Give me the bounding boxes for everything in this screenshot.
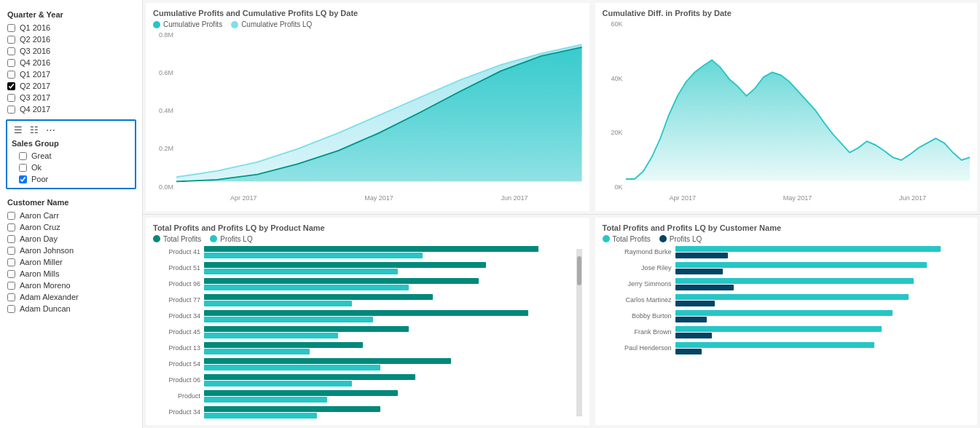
customer-bar-label-4: Bobby Burton xyxy=(603,312,675,320)
sales-group-checkbox-2[interactable] xyxy=(19,175,27,183)
product-bar-row-6: Product 13 xyxy=(153,342,576,354)
product-profit-bar-5 xyxy=(204,326,409,332)
filter-popup-toolbar: ☰ ☷ ⋯ xyxy=(12,124,130,136)
sidebar-customer-label-8: Adam Duncan xyxy=(20,304,71,313)
quarter-checkbox-7[interactable] xyxy=(7,106,15,114)
area-chart-svg-container xyxy=(176,31,582,191)
quarter-item-2[interactable]: Q3 2016 xyxy=(0,45,142,57)
product-bar-legend: Total ProfitsProfits LQ xyxy=(153,235,582,243)
product-profit-bar-4 xyxy=(204,310,528,316)
sidebar-customer-checkbox-2[interactable] xyxy=(7,235,15,243)
sidebar-customer-item-3[interactable]: Aaron Johnson xyxy=(0,245,142,256)
quarter-label-6: Q3 2017 xyxy=(20,93,50,102)
sales-group-item-2[interactable]: Poor xyxy=(12,173,130,185)
sidebar-customer-checkbox-4[interactable] xyxy=(7,258,15,266)
cust-legend-item-1: Profits LQ xyxy=(659,235,702,243)
sidebar-customer-checkbox-8[interactable] xyxy=(7,305,15,313)
product-bar-label-10: Product 34 xyxy=(153,408,204,416)
product-bar-scroll[interactable]: Product 41Product 51Product 96Product 77… xyxy=(153,246,576,420)
customer-bar-scroll[interactable]: Raymond BurkeJose RileyJerry SimmonsCarl… xyxy=(603,246,970,420)
customer-bar-row-0: Raymond Burke xyxy=(603,246,970,258)
quarter-list: Q1 2016Q2 2016Q3 2016Q4 2016Q1 2017Q2 20… xyxy=(0,22,142,115)
sidebar-customer-item-8[interactable]: Adam Duncan xyxy=(0,303,142,314)
sales-group-label-2: Poor xyxy=(31,175,48,183)
quarter-item-5[interactable]: Q2 2017 xyxy=(0,80,142,92)
product-scrollbar-thumb[interactable] xyxy=(577,256,581,285)
quarter-checkbox-3[interactable] xyxy=(7,59,15,67)
quarter-checkbox-6[interactable] xyxy=(7,94,15,102)
sidebar-customer-item-1[interactable]: Aaron Cruz xyxy=(0,221,142,233)
product-bar-group-7 xyxy=(204,358,576,370)
hamburger-icon[interactable]: ☰ xyxy=(12,124,25,136)
sidebar-customer-item-0[interactable]: Aaron Carr xyxy=(0,210,142,221)
customer-profit-bar-3 xyxy=(675,294,909,300)
sidebar-customer-item-2[interactable]: Aaron Day xyxy=(0,233,142,245)
product-bar-label-3: Product 77 xyxy=(153,296,204,304)
product-lq-bar-2 xyxy=(204,285,409,290)
customer-lq-bar-5 xyxy=(675,333,713,338)
sidebar-customer-label-0: Aaron Carr xyxy=(20,211,59,220)
sidebar-customer-checkbox-3[interactable] xyxy=(7,247,15,255)
product-bar-row-0: Product 41 xyxy=(153,246,576,258)
customer-bar-group-3 xyxy=(675,294,970,306)
sidebar-customer-item-6[interactable]: Aaron Moreno xyxy=(0,280,142,291)
sidebar-customer-label-3: Aaron Johnson xyxy=(20,246,74,255)
cust-legend-label-1: Profits LQ xyxy=(670,235,702,243)
sales-group-checkbox-1[interactable] xyxy=(19,164,27,172)
diff-area xyxy=(626,60,970,181)
cumulative-diff-title: Cumulative Diff. in Profits by Date xyxy=(603,9,970,17)
more-icon[interactable]: ⋯ xyxy=(44,124,58,136)
customer-bar-row-5: Frank Brown xyxy=(603,326,970,338)
diff-chart-svg-container: 60K40K20K0K Apr 2017May xyxy=(603,20,970,205)
sales-group-checkbox-0[interactable] xyxy=(19,152,27,160)
product-bar-content: Product 41Product 51Product 96Product 77… xyxy=(153,246,582,420)
sidebar-customer-item-4[interactable]: Aaron Miller xyxy=(0,256,142,268)
cust-legend-dot-1 xyxy=(659,235,667,242)
product-lq-bar-10 xyxy=(204,413,317,419)
quarter-item-7[interactable]: Q4 2017 xyxy=(0,103,142,115)
product-bar-row-7: Product 54 xyxy=(153,358,576,370)
quarter-checkbox-1[interactable] xyxy=(7,36,15,44)
product-profit-bar-7 xyxy=(204,358,451,364)
sidebar-customer-label-5: Aaron Mills xyxy=(20,269,59,278)
product-lq-bar-8 xyxy=(204,381,352,387)
sidebar-customer-checkbox-1[interactable] xyxy=(7,223,15,231)
cum-legend-dot-0 xyxy=(153,21,160,28)
sidebar-customer-checkbox-0[interactable] xyxy=(7,212,15,220)
sidebar-customer-checkbox-7[interactable] xyxy=(7,293,15,301)
quarter-checkbox-2[interactable] xyxy=(7,47,15,55)
customer-bar-group-5 xyxy=(675,326,970,338)
product-bar-title: Total Profits and Profits LQ by Product … xyxy=(153,223,582,232)
quarter-item-0[interactable]: Q1 2016 xyxy=(0,22,142,33)
sidebar-customer-checkbox-6[interactable] xyxy=(7,282,15,290)
quarter-checkbox-4[interactable] xyxy=(7,71,15,79)
cumulative-profits-panel: Cumulative Profits and Cumulative Profit… xyxy=(146,3,589,211)
customer-bar-row-4: Bobby Burton xyxy=(603,310,970,322)
sidebar: Quarter & Year Q1 2016Q2 2016Q3 2016Q4 2… xyxy=(0,0,143,428)
product-bar-group-5 xyxy=(204,326,576,338)
cumulative-diff-panel: Cumulative Diff. in Profits by Date 60K4… xyxy=(595,3,977,211)
sidebar-customer-item-7[interactable]: Adam Alexander xyxy=(0,291,142,303)
quarter-item-6[interactable]: Q3 2017 xyxy=(0,92,142,103)
x-label: Apr 2017 xyxy=(230,194,257,202)
quarter-checkbox-5[interactable] xyxy=(7,82,15,90)
cum-legend-item-1: Cumulative Profits LQ xyxy=(231,20,312,28)
sidebar-customer-label-2: Aaron Day xyxy=(20,234,58,243)
y-label-right: 60K xyxy=(611,20,623,28)
sidebar-customer-checkbox-5[interactable] xyxy=(7,270,15,278)
customer-bar-group-6 xyxy=(675,342,970,354)
product-bar-label-0: Product 41 xyxy=(153,248,204,255)
quarter-item-4[interactable]: Q1 2017 xyxy=(0,68,142,80)
product-bar-row-3: Product 77 xyxy=(153,294,576,306)
customer-lq-bar-3 xyxy=(675,301,716,306)
product-scrollbar[interactable] xyxy=(576,249,582,417)
sales-group-item-1[interactable]: Ok xyxy=(12,162,130,173)
quarter-checkbox-0[interactable] xyxy=(7,24,15,32)
cumulative-profits-legend: Cumulative ProfitsCumulative Profits LQ xyxy=(153,20,582,28)
sales-group-item-0[interactable]: Great xyxy=(12,150,130,162)
sidebar-customer-item-5[interactable]: Aaron Mills xyxy=(0,268,142,280)
quarter-item-3[interactable]: Q4 2016 xyxy=(0,57,142,68)
product-lq-bar-4 xyxy=(204,317,373,322)
quarter-item-1[interactable]: Q2 2016 xyxy=(0,33,142,45)
grid-icon[interactable]: ☷ xyxy=(28,124,41,136)
